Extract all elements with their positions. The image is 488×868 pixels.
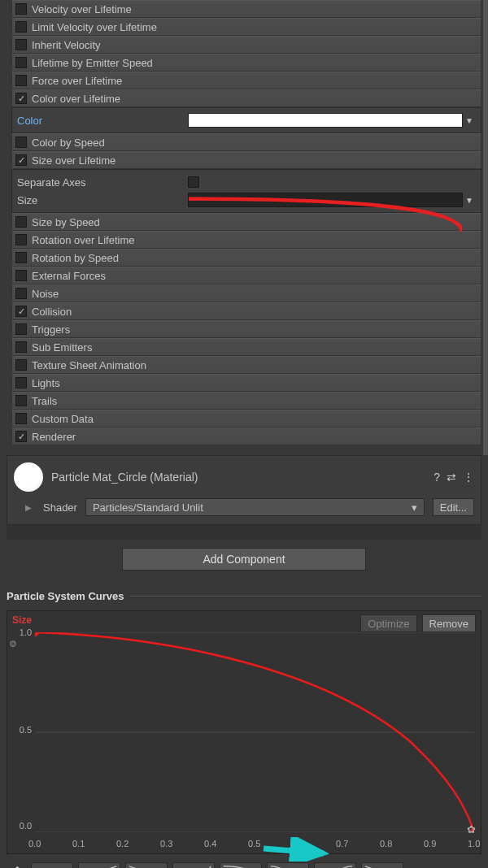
- module-checkbox[interactable]: [15, 154, 27, 166]
- curve-preset-ease-in[interactable]: [172, 862, 215, 868]
- material-component: Particle Mat_Circle (Material) ? ⇄ ⋮ ▶ S…: [7, 455, 481, 525]
- x-tick: 0.6: [292, 839, 304, 848]
- menu-icon[interactable]: ⋮: [463, 471, 474, 484]
- module-external-forces[interactable]: External Forces: [11, 267, 481, 284]
- module-checkbox[interactable]: [15, 288, 27, 299]
- x-tick: 0.4: [204, 839, 216, 848]
- module-label: Triggers: [32, 323, 70, 336]
- module-checkbox[interactable]: [15, 75, 27, 86]
- module-sub-emitters[interactable]: Sub Emitters: [11, 338, 481, 356]
- x-tick: 0.9: [424, 839, 436, 848]
- module-label: Lifetime by Emitter Speed: [32, 57, 153, 69]
- module-checkbox[interactable]: [15, 39, 27, 50]
- remove-button[interactable]: Remove: [422, 614, 476, 632]
- curve-editor[interactable]: Size Optimize Remove 1.0 ⚙ 0.5 0.0 0.00.…: [7, 610, 481, 854]
- module-trails[interactable]: Trails: [11, 392, 481, 410]
- module-checkbox[interactable]: [15, 323, 27, 335]
- module-label: Renderer: [32, 431, 76, 443]
- module-checkbox[interactable]: [15, 216, 27, 228]
- module-checkbox[interactable]: [15, 413, 27, 424]
- edit-button[interactable]: Edit...: [433, 498, 474, 516]
- curves-section: Particle System Curves Size Optimize Rem…: [7, 588, 481, 854]
- separate-axes-checkbox[interactable]: [188, 176, 199, 188]
- x-tick: 0.2: [116, 839, 129, 848]
- module-checkbox[interactable]: [15, 431, 27, 442]
- module-renderer[interactable]: Renderer: [11, 427, 481, 445]
- module-triggers[interactable]: Triggers: [11, 320, 481, 338]
- color-gradient-field[interactable]: [188, 113, 463, 128]
- module-label: Velocity over Lifetime: [32, 3, 132, 15]
- curve-preset-ease-in-out-up[interactable]: [314, 862, 356, 868]
- optimize-button[interactable]: Optimize: [360, 614, 416, 632]
- scrollbar[interactable]: [483, 0, 488, 455]
- module-checkbox[interactable]: [15, 21, 27, 33]
- module-lights[interactable]: Lights: [11, 374, 481, 392]
- chevron-down-icon: ▾: [412, 501, 417, 514]
- gear-icon[interactable]: ✿: [467, 823, 476, 835]
- x-tick: 0.5: [248, 839, 260, 848]
- foldout-icon[interactable]: ▶: [25, 503, 32, 512]
- color-label: Color: [17, 115, 188, 127]
- module-size-over-lifetime[interactable]: Size over Lifetime: [11, 151, 481, 169]
- y-tick: 0.0: [7, 821, 32, 831]
- module-velocity-over-lifetime[interactable]: Velocity over Lifetime: [11, 0, 481, 18]
- divider: [129, 596, 481, 597]
- gear-icon[interactable]: ✿: [8, 864, 26, 868]
- module-lifetime-by-emitter-speed[interactable]: Lifetime by Emitter Speed: [11, 54, 481, 72]
- module-checkbox[interactable]: [15, 359, 27, 371]
- module-color-by-speed[interactable]: Color by Speed: [11, 133, 481, 151]
- module-inherit-velocity[interactable]: Inherit Velocity: [11, 36, 481, 54]
- module-label: Noise: [32, 288, 59, 300]
- add-component-button[interactable]: Add Component: [122, 548, 366, 571]
- module-collision[interactable]: Collision: [11, 302, 481, 320]
- module-label: Inherit Velocity: [32, 39, 101, 51]
- module-checkbox[interactable]: [15, 306, 27, 317]
- curve-preset-flat[interactable]: [31, 862, 73, 868]
- module-label: Custom Data: [32, 413, 94, 425]
- module-checkbox[interactable]: [15, 270, 27, 281]
- module-label: Limit Velocity over Lifetime: [32, 21, 157, 33]
- module-custom-data[interactable]: Custom Data: [11, 410, 481, 427]
- help-icon[interactable]: ?: [434, 471, 440, 484]
- module-rotation-by-speed[interactable]: Rotation by Speed: [11, 249, 481, 267]
- shader-dropdown[interactable]: Particles/Standard Unlit ▾: [85, 498, 425, 516]
- module-checkbox[interactable]: [15, 137, 27, 148]
- size-curve-field[interactable]: [188, 193, 463, 207]
- keyframe-handle-icon[interactable]: ⚙: [9, 639, 17, 649]
- module-label: Size over Lifetime: [32, 154, 115, 167]
- curve-preset-linear-down[interactable]: [125, 862, 168, 868]
- curve-preset-ease-out[interactable]: [220, 862, 262, 868]
- x-tick: 0.0: [28, 839, 41, 848]
- chevron-down-icon[interactable]: ▼: [463, 116, 476, 125]
- x-tick: 0.7: [336, 839, 348, 848]
- module-checkbox[interactable]: [15, 3, 27, 15]
- module-checkbox[interactable]: [15, 395, 27, 406]
- module-checkbox[interactable]: [15, 252, 27, 263]
- module-label: Texture Sheet Animation: [32, 359, 146, 371]
- module-color-over-lifetime[interactable]: Color over Lifetime: [11, 89, 481, 107]
- curve-grid[interactable]: 1.0 ⚙ 0.5 0.0 0.00.10.20.30.40.50.60.70.…: [35, 632, 474, 832]
- color-over-lifetime-panel: Color ▼: [11, 107, 481, 133]
- x-tick: 1.0: [468, 839, 480, 848]
- module-checkbox[interactable]: [15, 57, 27, 68]
- module-checkbox[interactable]: [15, 341, 27, 353]
- material-preview-icon[interactable]: [14, 462, 43, 492]
- preset-icon[interactable]: ⇄: [447, 471, 456, 484]
- module-label: Sub Emitters: [32, 341, 92, 354]
- module-checkbox[interactable]: [15, 234, 27, 245]
- x-tick: 0.8: [380, 839, 392, 848]
- module-checkbox[interactable]: [15, 377, 27, 388]
- chevron-down-icon[interactable]: ▼: [463, 196, 476, 205]
- module-limit-velocity-over-lifetime[interactable]: Limit Velocity over Lifetime: [11, 18, 481, 36]
- module-noise[interactable]: Noise: [11, 284, 481, 302]
- curve-preset-ease-in-out-down[interactable]: [267, 862, 309, 868]
- module-force-over-lifetime[interactable]: Force over Lifetime: [11, 72, 481, 89]
- module-label: Lights: [32, 377, 60, 389]
- module-label: External Forces: [32, 270, 106, 282]
- curve-preset-linear-down-2[interactable]: [361, 862, 403, 868]
- shader-value: Particles/Standard Unlit: [93, 501, 203, 514]
- module-texture-sheet-animation[interactable]: Texture Sheet Animation: [11, 356, 481, 374]
- curve-preset-linear-up[interactable]: [78, 862, 120, 868]
- module-checkbox[interactable]: [15, 93, 27, 104]
- module-label: Color by Speed: [32, 137, 105, 149]
